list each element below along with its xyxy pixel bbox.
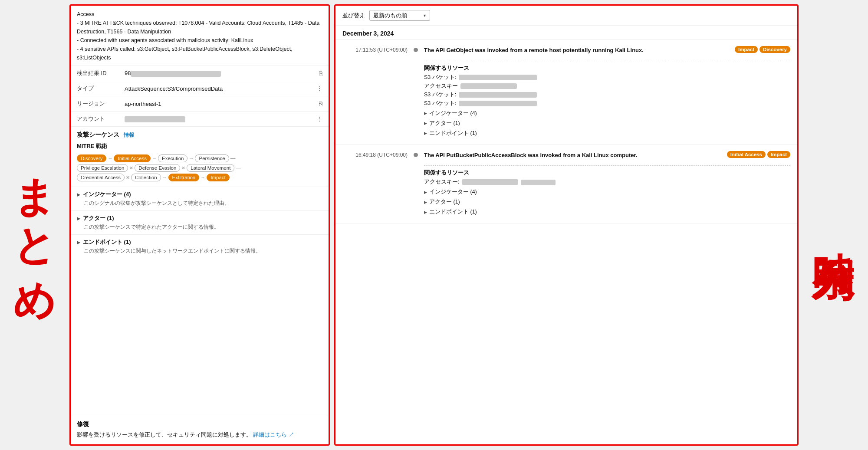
field-label-type: タイプ bbox=[77, 85, 120, 92]
desc-line-4: - 4 sensitive APIs called: s3:GetObject,… bbox=[77, 45, 322, 62]
tactic-impact: Impact bbox=[207, 174, 230, 181]
copy-icon-id[interactable]: ⎘ bbox=[319, 70, 322, 77]
collapsible-endpoints: ▶ エンドポイント (1) この攻撃シーケンスに関与したネットワークエンドポイン… bbox=[71, 234, 329, 258]
arrow-7: → bbox=[162, 175, 167, 180]
tactic-privilege-escalation: Privilege Escalation bbox=[77, 164, 128, 172]
indicators-label: インジケーター (4) bbox=[83, 191, 131, 198]
tactic-defense-evasion: Defense Evasion bbox=[135, 164, 180, 172]
timeline-dot-2 bbox=[414, 153, 418, 157]
desc-line-1: Access bbox=[77, 10, 322, 19]
triangle-endpoints: ▶ bbox=[77, 240, 80, 245]
divider-2 bbox=[424, 165, 790, 166]
arrow-5: ✕ bbox=[181, 165, 185, 171]
tactic-execution: Execution bbox=[158, 154, 188, 162]
tag-impact-2: Impact bbox=[767, 151, 790, 158]
field-value-id: 98xxxxxxxxxxxxxxxxxxxxxxxxxxxxxxxx bbox=[125, 70, 315, 77]
left-label-text: まとめ bbox=[7, 148, 63, 303]
sort-select-wrapper[interactable]: 最新のもの順 古いもの順 bbox=[369, 10, 430, 21]
timeline-time-1: 17:11:53 (UTC+09:00) bbox=[342, 46, 408, 53]
expand-indicators-1[interactable]: ▶ インジケーター (4) bbox=[424, 110, 790, 117]
resource-value-ak-2b bbox=[521, 180, 556, 185]
remediation-title: 修復 bbox=[77, 420, 322, 428]
triangle-actors: ▶ bbox=[77, 216, 80, 221]
arrow-2: → bbox=[152, 156, 157, 161]
tri-endpoints-2: ▶ bbox=[424, 210, 427, 214]
field-row-type: タイプ AttackSequence:S3/CompromisedData ⋮ bbox=[71, 81, 329, 96]
timeline-header-row-2: The API PutBucketPublicAccessBlock was i… bbox=[424, 151, 790, 162]
field-label-region: リージョン bbox=[77, 100, 120, 108]
timeline-container: 17:11:53 (UTC+09:00) The API GetObject w… bbox=[335, 40, 797, 444]
field-row-region: リージョン ap-northeast-1 ⎘ bbox=[71, 96, 329, 112]
expand-endpoints-label-2: エンドポイント (1) bbox=[429, 208, 477, 216]
field-label-account: アカウント bbox=[77, 115, 120, 123]
tag-discovery-1: Discovery bbox=[760, 46, 790, 53]
tactic-credential-access: Credential Access bbox=[77, 174, 125, 181]
expand-indicators-label-1: インジケーター (4) bbox=[429, 110, 477, 117]
sort-bar: 並び替え 最新のもの順 古いもの順 bbox=[335, 6, 797, 26]
expand-indicators-2[interactable]: ▶ インジケーター (4) bbox=[424, 188, 790, 196]
resource-value-s3-3 bbox=[459, 101, 537, 106]
resource-label-ak-1: アクセスキー bbox=[424, 82, 458, 90]
resource-value-s3-1 bbox=[459, 75, 537, 80]
endpoints-header[interactable]: ▶ エンドポイント (1) bbox=[77, 238, 322, 246]
tri-indicators-1: ▶ bbox=[424, 111, 427, 115]
copy-icon-region[interactable]: ⎘ bbox=[319, 100, 322, 107]
expand-actors-1[interactable]: ▶ アクター (1) bbox=[424, 120, 790, 127]
resource-row-ak-1: アクセスキー bbox=[424, 82, 790, 90]
info-link[interactable]: 情報 bbox=[124, 132, 134, 138]
expand-actors-2[interactable]: ▶ アクター (1) bbox=[424, 198, 790, 206]
main-content: Access - 3 MITRE ATT&CK techniques obser… bbox=[69, 0, 799, 450]
field-row-id: 検出結果 ID 98xxxxxxxxxxxxxxxxxxxxxxxxxxxxxx… bbox=[71, 66, 329, 81]
right-side-label: 時系列 bbox=[799, 0, 868, 450]
tactics-row-3: Credential Access ✕ Collection → Exfiltr… bbox=[77, 174, 322, 181]
right-panel: 並び替え 最新のもの順 古いもの順 December 3, 2024 17:11… bbox=[334, 4, 799, 446]
tag-row-2: Initial Access Impact bbox=[727, 151, 790, 158]
timeline-item-2: 16:49:18 (UTC+09:00) The API PutBucketPu… bbox=[335, 145, 797, 224]
attack-sequence-title: 攻撃シーケンス 情報 bbox=[71, 127, 329, 141]
timeline-item-1: 17:11:53 (UTC+09:00) The API GetObject w… bbox=[335, 40, 797, 145]
resource-label-s3-3: S3 バケット: bbox=[424, 100, 456, 107]
resources-title-1: 関係するリソース bbox=[424, 65, 790, 72]
resource-value-s3-2 bbox=[459, 92, 537, 98]
sort-select[interactable]: 最新のもの順 古いもの順 bbox=[369, 10, 430, 21]
arrow-8: → bbox=[201, 175, 205, 180]
expand-endpoints-2[interactable]: ▶ エンドポイント (1) bbox=[424, 208, 790, 216]
remediation-link[interactable]: 詳細はこちら ↗ bbox=[253, 432, 294, 438]
timeline-header-row-1: The API GetObject was invoked from a rem… bbox=[424, 46, 790, 57]
resource-value-ak-2 bbox=[462, 179, 518, 185]
field-value-type: AttackSequence:S3/CompromisedData bbox=[125, 85, 312, 92]
tactic-collection: Collection bbox=[131, 174, 161, 181]
remediation-text: 影響を受けるリソースを修正して、セキュリティ問題に対処します。 詳細はこちら ↗ bbox=[77, 430, 322, 439]
dash-1: — bbox=[230, 155, 236, 161]
arrow-1: → bbox=[108, 156, 112, 161]
field-value-region: ap-northeast-1 bbox=[125, 101, 315, 107]
desc-line-3: - Connected with user agents associated … bbox=[77, 36, 322, 45]
divider-1 bbox=[424, 61, 790, 61]
arrow-3: → bbox=[189, 156, 194, 161]
tri-actors-1: ▶ bbox=[424, 121, 427, 125]
endpoints-desc: この攻撃シーケンスに関与したネットワークエンドポイントに関する情報。 bbox=[84, 247, 322, 255]
indicators-desc: このシグナルの収集が攻撃シーケンスとして特定された理由。 bbox=[84, 200, 322, 207]
field-row-account: アカウント xxxxxxxxxxxxxxxxxxxx ⋮ bbox=[71, 112, 329, 127]
resources-1: 関係するリソース S3 バケット: アクセスキー S3 バケット: bbox=[424, 65, 790, 107]
expand-endpoints-1[interactable]: ▶ エンドポイント (1) bbox=[424, 130, 790, 137]
resource-row-s3-1: S3 バケット: bbox=[424, 74, 790, 81]
expand-endpoints-label-1: エンドポイント (1) bbox=[429, 130, 477, 137]
resources-title-2: 関係するリソース bbox=[424, 169, 790, 177]
timeline-title-1: The API GetObject was invoked from a rem… bbox=[424, 46, 644, 55]
actors-header[interactable]: ▶ アクター (1) bbox=[77, 214, 322, 222]
tri-indicators-2: ▶ bbox=[424, 190, 427, 194]
timeline-time-2: 16:49:18 (UTC+09:00) bbox=[342, 151, 408, 158]
resource-label-s3-2: S3 バケット: bbox=[424, 91, 456, 99]
more-icon-type[interactable]: ⋮ bbox=[316, 85, 322, 92]
arrow-4: ✕ bbox=[129, 165, 133, 171]
field-label-id: 検出結果 ID bbox=[77, 69, 120, 77]
timeline-content-1: The API GetObject was invoked from a rem… bbox=[424, 46, 790, 138]
arrow-6: ✕ bbox=[126, 175, 130, 181]
actors-desc: この攻撃シーケンスで特定されたアクターに関する情報。 bbox=[84, 223, 322, 231]
more-icon-account[interactable]: ⋮ bbox=[316, 115, 322, 122]
right-label-text: 時系列 bbox=[805, 219, 861, 232]
tri-actors-2: ▶ bbox=[424, 200, 427, 204]
expand-indicators-label-2: インジケーター (4) bbox=[429, 188, 477, 196]
indicators-header[interactable]: ▶ インジケーター (4) bbox=[77, 191, 322, 198]
